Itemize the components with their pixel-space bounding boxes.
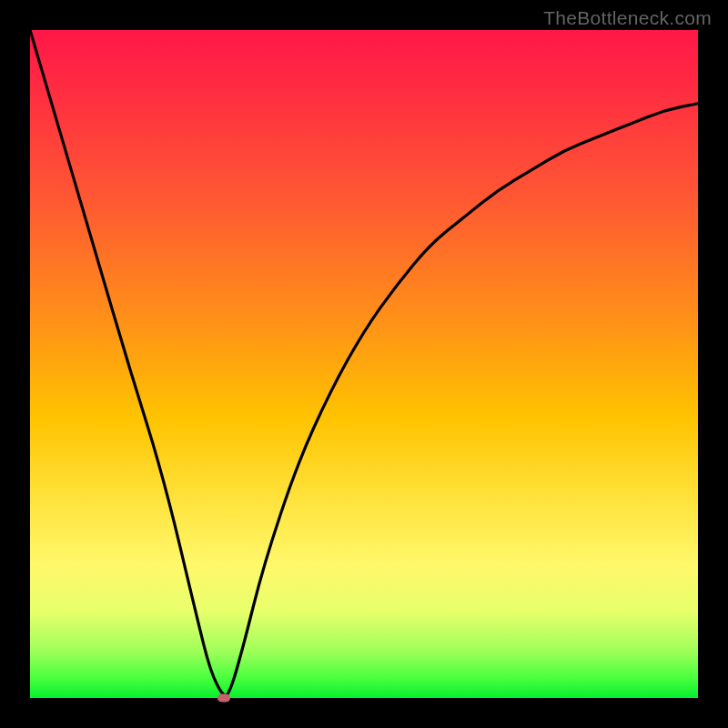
curve-path [30, 30, 698, 695]
chart-frame: TheBottleneck.com [0, 0, 728, 728]
plot-area [30, 30, 698, 698]
watermark-text: TheBottleneck.com [543, 7, 712, 29]
minimum-marker [217, 694, 230, 703]
bottleneck-curve [30, 30, 698, 698]
